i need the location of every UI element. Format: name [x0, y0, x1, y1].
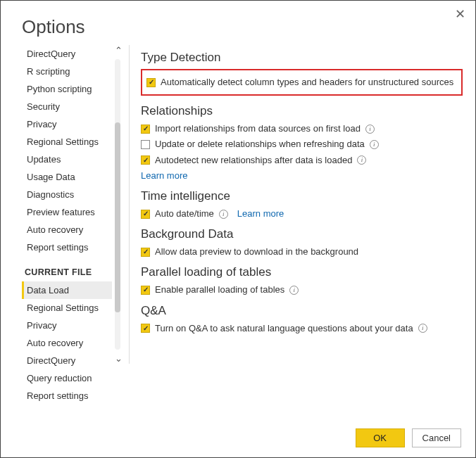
sidebar-item-r-scripting[interactable]: R scripting: [22, 63, 112, 80]
checkbox-background-preview[interactable]: [141, 248, 150, 257]
checkbox-auto-date-time[interactable]: [141, 210, 150, 219]
scroll-thumb[interactable]: [115, 122, 120, 312]
sidebar-item-data-load[interactable]: Data Load: [22, 281, 112, 299]
label-background-preview: Allow data preview to download in the ba…: [155, 246, 358, 258]
option-autodetect-relationships: Autodetect new relationships after data …: [141, 154, 463, 167]
ok-button[interactable]: OK: [356, 428, 405, 447]
label-parallel-loading: Enable parallel loading of tables: [155, 284, 284, 296]
info-icon[interactable]: [418, 324, 427, 333]
sidebar-item-security[interactable]: Security: [22, 98, 112, 115]
sidebar-item-directquery-file[interactable]: DirectQuery: [22, 352, 112, 369]
section-title-relationships: Relationships: [141, 104, 463, 118]
sidebar-item-auto-recovery[interactable]: Auto recovery: [22, 221, 112, 238]
info-icon[interactable]: [289, 286, 299, 295]
cancel-button[interactable]: Cancel: [412, 428, 461, 447]
scroll-down-icon[interactable]: ⌄: [112, 353, 125, 364]
sidebar-list: DirectQuery R scripting Python scripting…: [6, 45, 112, 420]
sidebar-section-current-file: CURRENT FILE: [22, 256, 112, 281]
sidebar-item-privacy[interactable]: Privacy: [22, 115, 112, 133]
sidebar-item-preview-features[interactable]: Preview features: [22, 203, 112, 221]
content-pane: Type Detection Automatically detect colu…: [134, 45, 475, 420]
learn-more-link[interactable]: Learn more: [141, 170, 187, 182]
sidebar-item-regional-settings[interactable]: Regional Settings: [22, 133, 112, 151]
close-icon[interactable]: ✕: [455, 8, 465, 20]
checkbox-parallel-loading[interactable]: [141, 286, 150, 295]
relationships-learn-more-row: Learn more: [141, 170, 463, 182]
dialog-body: DirectQuery R scripting Python scripting…: [1, 45, 475, 420]
info-icon[interactable]: [219, 210, 228, 219]
dialog-title: Options: [1, 1, 475, 45]
info-icon[interactable]: [365, 125, 375, 134]
sidebar-item-query-reduction[interactable]: Query reduction: [22, 369, 112, 387]
info-icon[interactable]: [370, 140, 379, 149]
learn-more-link[interactable]: Learn more: [237, 208, 284, 220]
section-title-time-intelligence: Time intelligence: [141, 189, 463, 203]
section-title-parallel-loading: Parallel loading of tables: [141, 265, 463, 279]
sidebar-scrollbar[interactable]: ⌃ ⌄: [112, 45, 125, 420]
checkbox-update-relationships[interactable]: [141, 140, 150, 149]
label-auto-detect-types: Automatically detect column types and he…: [161, 76, 453, 89]
section-title-type-detection: Type Detection: [141, 51, 463, 65]
sidebar-item-privacy-file[interactable]: Privacy: [22, 317, 112, 334]
checkbox-auto-detect-types[interactable]: [146, 78, 156, 87]
info-icon[interactable]: [357, 155, 366, 165]
label-qna: Turn on Q&A to ask natural language ques…: [155, 322, 413, 335]
sidebar-item-diagnostics[interactable]: Diagnostics: [22, 186, 112, 203]
options-dialog: ✕ Options DirectQuery R scripting Python…: [0, 0, 476, 458]
sidebar-item-report-settings-file[interactable]: Report settings: [22, 387, 112, 405]
label-auto-date-time: Auto date/time: [155, 208, 214, 220]
sidebar-item-updates[interactable]: Updates: [22, 151, 112, 168]
option-update-relationships: Update or delete relationships when refr…: [141, 138, 463, 151]
sidebar-item-regional-settings-file[interactable]: Regional Settings: [22, 299, 112, 317]
sidebar-item-usage-data[interactable]: Usage Data: [22, 168, 112, 186]
checkbox-autodetect-relationships[interactable]: [141, 155, 150, 165]
option-import-relationships: Import relationships from data sources o…: [141, 122, 463, 135]
vertical-divider: [129, 45, 130, 364]
section-title-qna: Q&A: [141, 304, 463, 318]
highlighted-option: Automatically detect column types and he…: [141, 69, 463, 96]
scroll-track[interactable]: [115, 59, 120, 350]
option-auto-detect-types: Automatically detect column types and he…: [146, 76, 457, 89]
label-autodetect-relationships: Autodetect new relationships after data …: [155, 154, 352, 167]
option-parallel-loading: Enable parallel loading of tables: [141, 284, 463, 296]
sidebar-item-directquery[interactable]: DirectQuery: [22, 45, 112, 63]
sidebar-item-auto-recovery-file[interactable]: Auto recovery: [22, 334, 112, 352]
sidebar-item-python-scripting[interactable]: Python scripting: [22, 80, 112, 98]
dialog-footer: OK Cancel: [1, 420, 475, 457]
sidebar: DirectQuery R scripting Python scripting…: [6, 45, 125, 420]
option-auto-date-time: Auto date/time Learn more: [141, 208, 463, 220]
checkbox-qna[interactable]: [141, 324, 150, 333]
option-background-preview: Allow data preview to download in the ba…: [141, 246, 463, 258]
label-update-relationships: Update or delete relationships when refr…: [155, 138, 365, 151]
option-qna: Turn on Q&A to ask natural language ques…: [141, 322, 463, 335]
scroll-up-icon[interactable]: ⌃: [112, 45, 125, 56]
sidebar-item-report-settings[interactable]: Report settings: [22, 238, 112, 256]
label-import-relationships: Import relationships from data sources o…: [155, 122, 361, 135]
section-title-background-data: Background Data: [141, 227, 463, 241]
checkbox-import-relationships[interactable]: [141, 125, 150, 134]
